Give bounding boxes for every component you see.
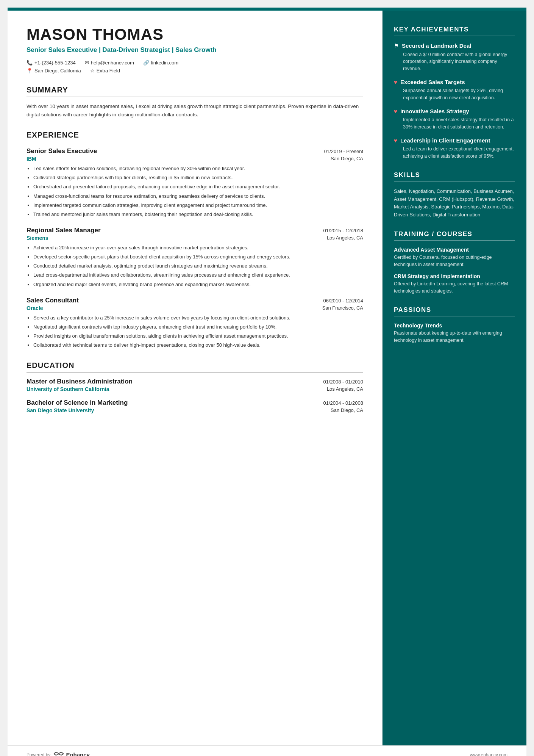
job-2-location: Los Angeles, CA	[327, 235, 363, 241]
candidate-name: MASON THOMAS	[27, 26, 363, 43]
achievement-3-header: Innovative Sales Strategy	[394, 108, 515, 115]
achievement-3: Innovative Sales Strategy Implemented a …	[394, 108, 515, 131]
training-1: Advanced Asset Management Certified by C…	[394, 247, 515, 268]
training-2-desc: Offered by LinkedIn Learning, covering t…	[394, 280, 515, 295]
skills-title: SKILLS	[394, 171, 515, 182]
achievement-1: Secured a Landmark Deal Closed a $10 mil…	[394, 42, 515, 72]
linkedin-item: 🔗 linkedin.com	[143, 60, 178, 66]
job-2-header: Regional Sales Manager 01/2015 - 12/2018	[27, 227, 363, 234]
job-2-bullets: Achieved a 20% increase in year-over-yea…	[27, 244, 363, 288]
extra-field-text: Extra Field	[97, 68, 120, 74]
top-accent-bar	[8, 8, 526, 11]
experience-section: EXPERIENCE Senior Sales Executive 01/201…	[27, 131, 363, 349]
bullet: Conducted detailed market analysis, opti…	[33, 262, 363, 270]
right-column: KEY ACHIEVEMENTS Secured a Landmark Deal…	[383, 11, 526, 745]
enhancv-logo: Enhancv	[53, 750, 90, 756]
summary-text: With over 10 years in asset management s…	[27, 102, 363, 119]
edu-2-location: San Diego, CA	[331, 407, 363, 413]
bullet: Managed cross-functional teams for resou…	[33, 193, 363, 200]
job-3: Sales Consultant 06/2010 - 12/2014 Oracl…	[27, 297, 363, 349]
achievements-title: KEY ACHIEVEMENTS	[394, 26, 515, 36]
training-2: CRM Strategy and Implementation Offered …	[394, 273, 515, 295]
achievement-4-desc: Led a team to deliver exceptional client…	[403, 146, 515, 160]
bullet: Served as a key contributor to a 25% inc…	[33, 314, 363, 322]
skills-section: SKILLS Sales, Negotiation, Communication…	[394, 171, 515, 219]
job-1-header: Senior Sales Executive 01/2019 - Present	[27, 147, 363, 155]
job-3-bullets: Served as a key contributor to a 25% inc…	[27, 314, 363, 349]
bullet: Collaborated with technical teams to del…	[33, 341, 363, 349]
achievement-3-desc: Implemented a novel sales strategy that …	[403, 116, 515, 131]
achievements-section: KEY ACHIEVEMENTS Secured a Landmark Deal…	[394, 26, 515, 160]
email-icon: ✉	[85, 60, 89, 66]
job-1-company: IBM	[27, 156, 36, 162]
linkedin-text: linkedin.com	[151, 60, 178, 66]
email-item: ✉ help@enhancv.com	[85, 60, 134, 66]
edu-2-dates: 01/2004 - 01/2008	[323, 400, 363, 406]
job-1-bullets: Led sales efforts for Maximo solutions, …	[27, 165, 363, 218]
achievement-4-title: Leadership in Client Engagement	[400, 137, 490, 144]
bullet: Provided insights on digital transformat…	[33, 332, 363, 340]
skills-text: Sales, Negotiation, Communication, Busin…	[394, 188, 515, 219]
edu-2-sub: San Diego State University San Diego, CA	[27, 407, 363, 413]
flag-icon	[394, 42, 399, 49]
job-1-location: San Diego, CA	[331, 156, 363, 162]
brand-name: Enhancv	[66, 751, 90, 756]
training-section: TRAINING / COURSES Advanced Asset Manage…	[394, 230, 515, 295]
resume-page: MASON THOMAS Senior Sales Executive | Da…	[8, 8, 526, 756]
summary-section: SUMMARY With over 10 years in asset mana…	[27, 86, 363, 119]
edu-1: Master of Business Administration 01/200…	[27, 378, 363, 392]
edu-2-header: Bachelor of Science in Marketing 01/2004…	[27, 399, 363, 407]
training-title: TRAINING / COURSES	[394, 230, 515, 241]
achievement-2-header: Exceeded Sales Targets	[394, 78, 515, 86]
edu-2-degree: Bachelor of Science in Marketing	[27, 399, 128, 407]
edu-1-dates: 01/2008 - 01/2010	[323, 379, 363, 385]
location-item: 📍 San Diego, California	[27, 68, 81, 74]
job-3-sub: Oracle San Francisco, CA	[27, 305, 363, 311]
heart-icon-1	[394, 79, 397, 86]
phone-text: +1-(234)-555-1234	[34, 60, 76, 66]
job-2-company: Siemens	[27, 235, 48, 241]
footer-left: Powered by Enhancv	[27, 750, 90, 756]
bullet: Led sales efforts for Maximo solutions, …	[33, 165, 363, 172]
powered-by-text: Powered by	[27, 752, 50, 756]
job-2-title: Regional Sales Manager	[27, 227, 101, 234]
candidate-title: Senior Sales Executive | Data-Driven Str…	[27, 45, 363, 55]
education-section: EDUCATION Master of Business Administrat…	[27, 361, 363, 413]
passions-title: PASSIONS	[394, 306, 515, 316]
bullet: Developed sector-specific pursuit plans …	[33, 253, 363, 261]
bullet: Organized and led major client events, e…	[33, 281, 363, 288]
job-3-header: Sales Consultant 06/2010 - 12/2014	[27, 297, 363, 304]
heart-icon-2	[394, 108, 397, 115]
location-row: 📍 San Diego, California ☆ Extra Field	[27, 68, 363, 74]
job-2-sub: Siemens Los Angeles, CA	[27, 235, 363, 241]
passion-1: Technology Trends Passionate about keepi…	[394, 322, 515, 344]
star-icon: ☆	[90, 68, 95, 74]
location-icon: 📍	[27, 68, 33, 74]
bullet: Lead cross-departmental initiatives and …	[33, 271, 363, 279]
training-1-desc: Certified by Coursera, focused on cuttin…	[394, 254, 515, 268]
bullet: Trained and mentored junior sales team m…	[33, 211, 363, 218]
achievement-2: Exceeded Sales Targets Surpassed annual …	[394, 78, 515, 102]
job-1-title: Senior Sales Executive	[27, 147, 97, 155]
achievement-1-title: Secured a Landmark Deal	[402, 42, 471, 50]
training-2-title: CRM Strategy and Implementation	[394, 273, 515, 279]
job-1-dates: 01/2019 - Present	[324, 149, 363, 154]
summary-title: SUMMARY	[27, 86, 363, 97]
bullet: Cultivated strategic partnerships with t…	[33, 174, 363, 182]
achievement-1-header: Secured a Landmark Deal	[394, 42, 515, 50]
footer-website: www.enhancv.com	[470, 752, 507, 756]
phone-icon: 📞	[27, 60, 33, 66]
passion-1-desc: Passionate about keeping up-to-date with…	[394, 330, 515, 344]
contact-row: 📞 +1-(234)-555-1234 ✉ help@enhancv.com 🔗…	[27, 60, 363, 66]
job-2: Regional Sales Manager 01/2015 - 12/2018…	[27, 227, 363, 288]
email-text: help@enhancv.com	[91, 60, 134, 66]
header-section: MASON THOMAS Senior Sales Executive | Da…	[27, 26, 363, 74]
job-3-title: Sales Consultant	[27, 297, 79, 304]
bullet: Orchestrated and presented tailored prop…	[33, 183, 363, 191]
passion-1-title: Technology Trends	[394, 322, 515, 329]
achievement-4-header: Leadership in Client Engagement	[394, 137, 515, 144]
extra-field-item: ☆ Extra Field	[90, 68, 120, 74]
achievement-2-desc: Surpassed annual sales targets by 25%, d…	[403, 87, 515, 102]
location-text: San Diego, California	[34, 68, 81, 74]
left-column: MASON THOMAS Senior Sales Executive | Da…	[8, 11, 383, 745]
